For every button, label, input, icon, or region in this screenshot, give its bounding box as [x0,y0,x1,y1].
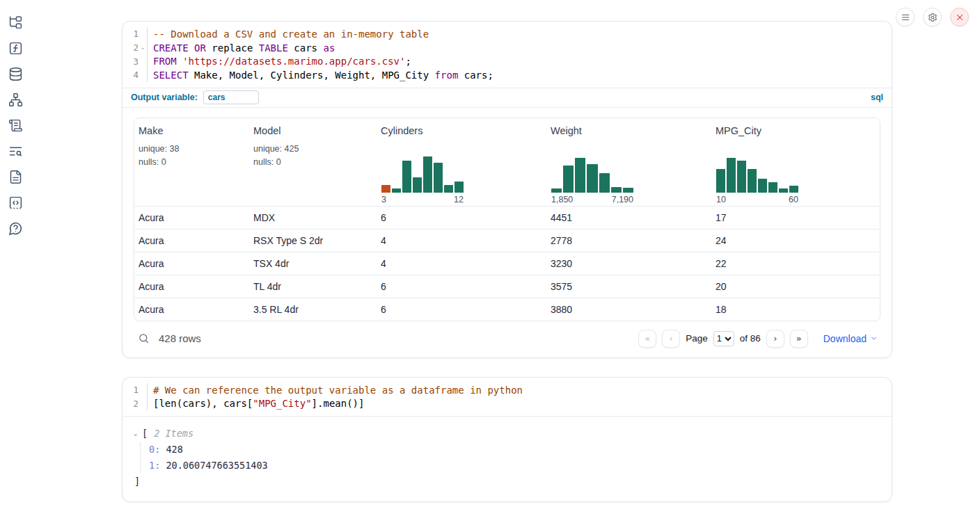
histogram-bar[interactable] [551,188,562,193]
histogram-bar[interactable] [737,161,746,193]
sql-code-editor[interactable]: 1-- Download a CSV and create an in-memo… [122,22,892,88]
histogram-bar[interactable] [758,179,767,193]
column-header-weight[interactable]: Weight1,8507,190 [546,125,711,206]
code-line: 4SELECT Make, Model, Cylinders, Weight, … [122,68,892,82]
tree-entry-value: 428 [166,444,182,455]
histogram-bar[interactable] [748,169,757,193]
code-line-text: [len(cars), cars["MPG_City"].mean()] [148,398,364,409]
file-tree-icon[interactable] [8,15,23,30]
first-page-button[interactable]: « [638,330,656,348]
column-histogram: 1060 [716,156,798,204]
tree-collapse-chevron-icon[interactable]: ⌄ [134,426,142,440]
prev-page-button[interactable]: ‹ [662,330,680,348]
table-cell: TL 4dr [249,281,377,292]
histogram-bar[interactable] [434,163,443,193]
text-search-icon[interactable] [8,144,23,159]
settings-button[interactable] [923,8,942,26]
histogram-bar[interactable] [455,182,464,193]
histogram-bar[interactable] [789,186,798,193]
code-line: 1# We can reference the output variable … [122,383,892,397]
column-title: Cylinders [381,125,546,136]
column-stats: unique: 38nulls: 0 [139,143,249,169]
histogram-bars [381,156,464,193]
histogram-bar[interactable] [587,164,597,193]
search-icon[interactable] [138,332,150,344]
histogram-bar[interactable] [444,185,453,193]
column-header-make[interactable]: Makeunique: 38nulls: 0 [134,125,249,206]
histogram-bar[interactable] [623,188,633,193]
page-label: Page [686,333,708,344]
page-select[interactable]: 1 [713,331,734,346]
python-code-editor[interactable]: 1# We can reference the output variable … [122,378,892,416]
code-line-text: # We can reference the output variable a… [148,385,523,396]
code-token: as [323,42,335,54]
column-title: Weight [551,125,711,136]
sidebar [0,0,31,507]
line-number: 1 [133,385,139,395]
code-line-text: -- Download a CSV and create an in-memor… [148,29,429,40]
histogram-bar[interactable] [727,158,736,193]
table-cell: 22 [711,258,880,269]
column-summary: 1,8507,190 [551,143,711,206]
table-cell: Acura [134,281,249,292]
snippets-code-icon[interactable] [8,195,23,210]
chevron-down-icon [870,335,878,342]
histogram-bar[interactable] [611,187,622,193]
code-line: 3FROM 'https://datasets.marimo.app/cars.… [122,54,892,68]
code-token: OR [194,42,206,54]
close-icon [955,13,965,22]
output-variable-input[interactable] [203,90,259,104]
code-token: ; [405,56,411,67]
column-title: Model [253,125,377,136]
help-chat-icon[interactable] [8,221,23,236]
last-page-button[interactable]: » [790,330,808,348]
tree-open-bracket: [ [142,426,148,440]
tree-entry: 0: 428 [149,442,880,458]
table-row: AcuraTL 4dr6357520 [134,275,880,298]
database-icon[interactable] [8,67,23,81]
tree-entry-value: 20.060747663551403 [166,460,267,471]
file-text-icon[interactable] [8,170,23,184]
table-row: Acura3.5 RL 4dr6388018 [134,298,880,321]
table-cell: Acura [134,235,249,246]
column-title: Make [139,125,249,136]
scroll-text-icon[interactable] [8,118,23,133]
column-header-cylinders[interactable]: Cylinders312 [377,125,546,206]
table-cell: 20 [711,281,880,292]
line-number: 3 [133,56,139,67]
network-icon[interactable] [8,92,23,107]
fold-chevron-icon[interactable]: ⌄ [139,45,147,51]
line-gutter: 2⌄ [122,41,148,55]
histogram-bar[interactable] [381,185,390,193]
menu-button[interactable] [896,8,915,26]
next-page-button[interactable]: › [766,330,784,348]
code-token: "MPG_City" [253,398,311,409]
histogram-bar[interactable] [402,161,411,193]
column-header-mpg_city[interactable]: MPG_City1060 [711,125,880,206]
histogram-bars [551,156,633,193]
histogram-bar[interactable] [392,188,401,193]
histogram-bar[interactable] [779,188,788,193]
histogram-bar[interactable] [563,166,574,193]
stat-line: unique: 425 [253,143,377,156]
histogram-bar[interactable] [575,158,585,193]
column-summary: unique: 425nulls: 0 [253,143,377,206]
column-stats: unique: 425nulls: 0 [253,143,377,169]
histogram-bar[interactable] [716,169,725,193]
code-token: FROM [153,56,177,67]
download-button[interactable]: Download [823,333,878,344]
histogram-bar[interactable] [599,173,610,193]
column-header-model[interactable]: Modelunique: 425nulls: 0 [249,125,377,206]
function-square-icon[interactable] [8,41,23,56]
table-output-region: Makeunique: 38nulls: 0Modelunique: 425nu… [122,108,892,357]
tree-entries: 0: 4281: 20.060747663551403 [140,442,880,474]
table-cell: 6 [377,212,546,223]
histogram-bar[interactable] [413,177,422,193]
close-button[interactable] [950,8,969,26]
tree-entry: 1: 20.060747663551403 [149,458,880,474]
histogram-bar[interactable] [768,182,777,193]
line-number: 2 [133,399,139,409]
table-cell: 3575 [546,281,711,292]
table-cell: MDX [249,212,377,223]
histogram-bar[interactable] [423,156,432,193]
